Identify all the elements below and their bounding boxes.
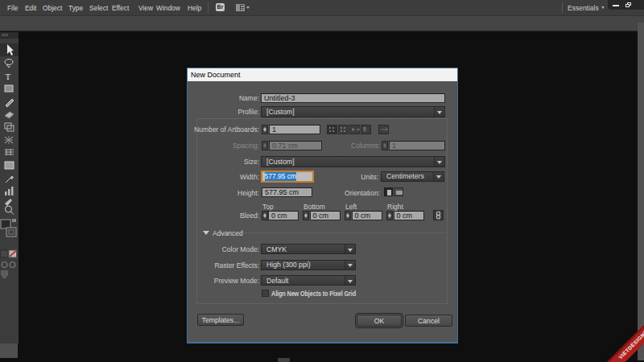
svg-text:T: T [6,72,11,81]
